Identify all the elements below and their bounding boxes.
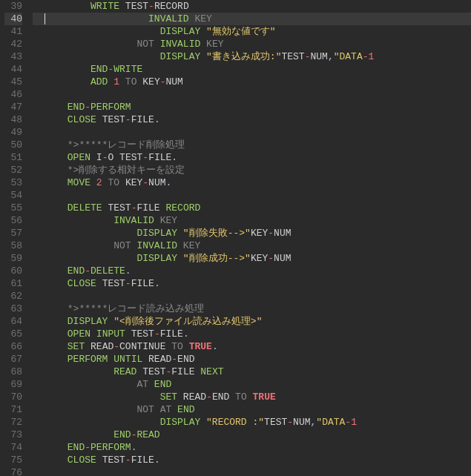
- code-line[interactable]: *>*****レコード読み込み処理: [33, 303, 471, 315]
- code-line[interactable]: DISPLAY "RECORD :"TEST-NUM,"DATA-1: [33, 416, 471, 429]
- token-id: TEST: [281, 51, 304, 62]
- code-line[interactable]: END-WRITE: [33, 63, 471, 76]
- token-str: "DATA: [334, 51, 363, 62]
- code-line[interactable]: READ TEST-FILE NEXT: [33, 366, 471, 378]
- line-number: 40: [4, 13, 22, 25]
- token-kw: DISPLAY: [160, 417, 201, 428]
- token-id: NUM: [311, 51, 328, 62]
- code-line[interactable]: DISPLAY "無効な値です": [33, 25, 471, 38]
- token-kw: DELETE: [67, 202, 102, 214]
- code-line[interactable]: END-DELETE.: [33, 265, 471, 277]
- code-line[interactable]: PERFORM UNTIL READ-END: [33, 353, 471, 366]
- token-id: KEY: [251, 228, 268, 239]
- code-line[interactable]: CLOSE TEST-FILE.: [33, 113, 471, 126]
- code-line[interactable]: [33, 126, 471, 139]
- code-line[interactable]: CLOSE TEST-FILE.: [33, 277, 471, 290]
- token-kw2: TO: [171, 341, 183, 352]
- code-line[interactable]: END-PERFORM: [33, 101, 471, 113]
- code-line[interactable]: MOVE 2 TO KEY-NUM.: [33, 176, 471, 189]
- line-number: 60: [4, 265, 22, 277]
- token-num: 1: [113, 76, 119, 87]
- code-line[interactable]: [33, 189, 471, 202]
- line-number: 66: [4, 340, 22, 353]
- token-id: NUM: [166, 76, 183, 87]
- code-line[interactable]: SET READ-END TO TRUE: [33, 391, 471, 403]
- token-kw2: AT: [136, 379, 148, 390]
- token-id: TEST: [119, 152, 142, 163]
- token-kw: DISPLAY: [136, 253, 177, 264]
- code-line[interactable]: *>削除する相対キーを設定: [33, 164, 471, 176]
- line-number: 57: [4, 227, 22, 239]
- token-minus: -: [268, 253, 274, 264]
- token-minus: -: [85, 442, 90, 453]
- token-kw: DISPLAY: [67, 316, 108, 327]
- token-dot: .: [131, 442, 137, 453]
- token-kw: NEXT: [200, 366, 223, 377]
- line-number: 45: [4, 76, 22, 88]
- token-kw: OPEN: [67, 152, 90, 163]
- code-line[interactable]: NOT INVALID KEY: [33, 38, 471, 50]
- code-line[interactable]: *>*****レコード削除処理: [33, 139, 471, 151]
- token-kw2: AT: [160, 404, 172, 415]
- line-number: 59: [4, 252, 22, 265]
- token-kw2: KEY: [183, 240, 200, 251]
- code-line[interactable]: OPEN I-O TEST-FILE.: [33, 151, 471, 164]
- token-kw: INPUT: [96, 328, 125, 340]
- token-kw: END: [177, 404, 194, 415]
- code-editor[interactable]: 3940414243444546474849505152535455565758…: [0, 0, 471, 476]
- token-str: "削除失敗-->": [183, 228, 251, 239]
- line-number: 65: [4, 328, 22, 340]
- code-line[interactable]: INVALID KEY: [33, 214, 471, 227]
- code-line[interactable]: DISPLAY "削除成功-->"KEY-NUM: [33, 252, 471, 265]
- code-line[interactable]: NOT INVALID KEY: [33, 239, 471, 252]
- token-minus: -: [154, 328, 160, 340]
- code-line[interactable]: INVALID KEY: [33, 13, 471, 25]
- code-line[interactable]: OPEN INPUT TEST-FILE.: [33, 328, 471, 340]
- line-number: 69: [4, 378, 22, 391]
- code-line[interactable]: CLOSE TEST-FILE.: [33, 454, 471, 466]
- token-kw: DISPLAY: [136, 228, 177, 239]
- token-minus: -: [142, 177, 148, 188]
- token-str: "書き込み成功:": [206, 51, 281, 62]
- code-line[interactable]: ADD 1 TO KEY-NUM: [33, 76, 471, 88]
- token-id: NUM: [293, 417, 310, 428]
- code-line[interactable]: DISPLAY "書き込み成功:"TEST-NUM,"DATA-1: [33, 50, 471, 63]
- token-kw2: KEY: [194, 13, 211, 24]
- line-number: 71: [4, 403, 22, 416]
- token-id: NUM: [274, 253, 291, 264]
- token-kw: UNTIL: [113, 354, 142, 365]
- token-kw: INVALID: [136, 240, 177, 251]
- code-line[interactable]: END-READ: [33, 429, 471, 441]
- token-minus: -: [206, 391, 212, 403]
- code-line[interactable]: AT END: [33, 378, 471, 391]
- token-num: 2: [96, 177, 102, 188]
- token-kw: INVALID: [113, 215, 154, 226]
- code-line[interactable]: DISPLAY "削除失敗-->"KEY-NUM: [33, 227, 471, 239]
- token-kw: INVALID: [160, 39, 201, 50]
- token-id: FILE: [160, 328, 183, 340]
- code-line[interactable]: DELETE TEST-FILE RECORD: [33, 202, 471, 214]
- token-id: TEST: [102, 278, 125, 289]
- line-number: 55: [4, 202, 22, 214]
- token-bool: TRUE: [189, 341, 212, 352]
- code-line[interactable]: WRITE TEST-RECORD: [33, 0, 471, 13]
- token-dot: .: [166, 177, 172, 188]
- token-id: FILE: [171, 366, 194, 377]
- line-number: 73: [4, 429, 22, 441]
- token-kw2: NOT: [136, 39, 154, 50]
- token-kw: END: [90, 64, 108, 75]
- token-minus: -: [125, 114, 131, 125]
- code-line[interactable]: [33, 290, 471, 303]
- code-area[interactable]: WRITE TEST-RECORD INVALID KEY DISPLAY "無…: [30, 0, 471, 476]
- line-number: 47: [4, 101, 22, 113]
- code-line[interactable]: [33, 466, 471, 476]
- line-number: 39: [4, 0, 22, 13]
- token-id: KEY: [125, 177, 142, 188]
- code-line[interactable]: END-PERFORM.: [33, 441, 471, 454]
- code-line[interactable]: DISPLAY "<削除後ファイル読み込み処理>": [33, 315, 471, 328]
- code-line[interactable]: SET READ-CONTINUE TO TRUE.: [33, 340, 471, 353]
- code-line[interactable]: [33, 88, 471, 101]
- line-number: 49: [4, 126, 22, 139]
- code-line[interactable]: NOT AT END: [33, 403, 471, 416]
- token-io: O: [108, 152, 113, 163]
